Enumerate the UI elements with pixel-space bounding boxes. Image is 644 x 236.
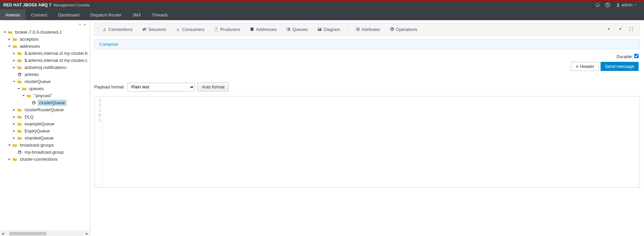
toolbar-operations[interactable]: Operations — [385, 27, 422, 32]
brand-redhat: RED HAT — [3, 3, 23, 7]
add-header-button[interactable]: Header — [571, 62, 599, 71]
tree: broker-7.0.3-clustered-1 acceptors addre… — [0, 27, 90, 228]
tree-queues[interactable]: queues — [1, 85, 90, 92]
tree-anycast[interactable]: "anycast" — [1, 92, 90, 99]
subtab-compose[interactable]: Compose — [95, 39, 123, 49]
tree-addr-artimes[interactable]: artimes — [1, 71, 90, 78]
toolbar-consumers[interactable]: Consumers — [171, 27, 209, 32]
nav-tab-jmx[interactable]: JMX — [127, 9, 146, 20]
tree-expiryqueue[interactable]: ExpiryQueue — [1, 127, 90, 134]
download-icon — [176, 27, 180, 32]
user-menu[interactable]: admin — [612, 1, 641, 9]
folder-icon — [12, 157, 17, 162]
folder-open-icon — [26, 93, 32, 99]
folder-icon — [12, 37, 17, 42]
durable-checkbox[interactable] — [634, 54, 639, 58]
tree-addresses[interactable]: addresses — [1, 43, 90, 50]
tree-label: broker-7.0.3-clustered-1 — [14, 30, 63, 35]
toolbar-share[interactable] — [614, 27, 625, 32]
tree-shardedqueue[interactable]: shardedQueue — [1, 134, 90, 142]
folder-icon — [17, 65, 22, 70]
folder-icon — [17, 107, 22, 113]
payload-format-select[interactable]: Plain text — [128, 83, 195, 91]
caret-down-icon — [634, 3, 637, 7]
tree-addr-clusterqueue[interactable]: clusterQueue — [1, 78, 90, 85]
header-subtitle: Management Console — [53, 3, 90, 7]
tree-label: DLQ — [24, 114, 35, 119]
toolbar-sessions[interactable]: Sessions — [137, 27, 171, 32]
toolbar-queues[interactable]: Queues — [281, 27, 313, 32]
toolbar-more-dropdown[interactable] — [603, 27, 614, 31]
tree-label: "anycast" — [33, 93, 53, 98]
send-message-button[interactable]: Send message — [601, 62, 639, 71]
sidebar-collapse-toggle[interactable] — [0, 22, 90, 27]
tree-addr-activemq-notif[interactable]: activemq.notifications — [1, 64, 90, 71]
tree-broadcast-groups[interactable]: broadcast-groups — [1, 142, 90, 149]
tree-label: cluster-connections — [19, 157, 59, 162]
folder-open-icon — [7, 30, 13, 35]
tree-my-broadcast-group[interactable]: my-broadcast-group — [1, 149, 90, 156]
tree-cluster-connections[interactable]: cluster-connections — [1, 156, 90, 163]
app-header: RED HAT JBOSS AMQ 7 Management Console a… — [0, 1, 644, 9]
upload-icon — [214, 27, 219, 32]
folder-icon — [17, 58, 22, 63]
nav-tab-dashboard[interactable]: Dashboard — [52, 9, 85, 20]
scroll-left-arrow[interactable]: ◀ — [0, 232, 5, 235]
nav-tab-threads[interactable]: Threads — [146, 9, 173, 20]
tree-addr-cluster-b[interactable]: $.artemis.internal.sf.my-cluster.b — [1, 50, 90, 57]
tree-acceptors[interactable]: acceptors — [1, 36, 90, 43]
brand: RED HAT JBOSS AMQ 7 — [3, 3, 51, 7]
editor-code-area[interactable] — [103, 96, 640, 187]
scroll-right-arrow[interactable]: ▶ — [84, 232, 90, 235]
folder-open-icon — [12, 44, 17, 49]
brand-product: JBOSS AMQ 7 — [23, 3, 51, 7]
toolbar-addresses[interactable]: Addresses — [245, 27, 281, 32]
toolbar-producers[interactable]: Producers — [209, 27, 245, 32]
tree-examplequeue[interactable]: exampleQueue — [1, 120, 90, 127]
tree-clusterrouterqueue[interactable]: clusterRouterQueue — [1, 106, 90, 113]
chevron-down-icon — [607, 27, 611, 31]
tree-label: shardedQueue — [24, 135, 55, 141]
nav-tab-artemis[interactable]: Artemis — [0, 9, 26, 20]
toolbar-connections[interactable]: Connections — [97, 27, 137, 32]
monitor-icon-button[interactable] — [592, 1, 602, 9]
tree-dlq[interactable]: DLQ — [1, 113, 90, 120]
toolbar-diagram[interactable]: Diagram — [313, 27, 345, 32]
sidebar-hscrollbar[interactable]: ◀ ▶ — [0, 231, 90, 236]
sidebar: broker-7.0.3-clustered-1 acceptors addre… — [0, 20, 90, 236]
tree-label: broadcast-groups — [19, 143, 55, 148]
gear-icon — [17, 72, 22, 77]
tree-label: clusterQueue — [24, 79, 51, 84]
gear-icon — [17, 150, 22, 155]
tree-label: queues — [28, 86, 45, 91]
help-icon-button[interactable] — [602, 1, 612, 9]
nav-tab-connect[interactable]: Connect — [26, 9, 52, 20]
folder-icon — [17, 121, 22, 127]
nav-tab-dispatch-router[interactable]: Dispatch Router — [85, 9, 127, 20]
tree-root[interactable]: broker-7.0.3-clustered-1 — [1, 29, 90, 36]
scroll-thumb[interactable] — [9, 232, 46, 235]
user-name: admin — [621, 3, 633, 7]
toolbar-fullscreen[interactable] — [625, 27, 637, 32]
editor-gutter: 1 2 3 4 5 — [95, 96, 103, 187]
tree-label: acceptors — [19, 37, 40, 42]
signal-icon — [102, 27, 107, 32]
folder-open-icon — [12, 143, 17, 148]
payload-format-label: Payload format: — [94, 84, 125, 89]
primary-nav: Artemis Connect Dashboard Dispatch Route… — [0, 9, 644, 20]
auto-format-button[interactable]: Auto format — [198, 82, 229, 91]
scroll-track[interactable] — [5, 232, 84, 236]
toolbar-attributes[interactable]: Attributes — [351, 27, 385, 32]
gear-icon — [390, 27, 394, 32]
tree-label: activemq.notifications — [24, 65, 67, 70]
tree-label: clusterRouterQueue — [24, 107, 65, 112]
folder-open-icon — [17, 79, 22, 84]
folder-open-icon — [22, 86, 27, 91]
list-icon — [355, 27, 360, 32]
exchange-icon — [142, 27, 147, 32]
chevron-down-icon — [78, 23, 82, 26]
payload-editor[interactable]: 1 2 3 4 5 — [94, 96, 640, 188]
tree-clusterqueue-leaf[interactable]: clusterQueue — [1, 99, 90, 106]
tree-addr-cluster-c[interactable]: $.artemis.internal.sf.my-cluster.c — [1, 57, 90, 64]
gear-icon — [31, 100, 36, 106]
